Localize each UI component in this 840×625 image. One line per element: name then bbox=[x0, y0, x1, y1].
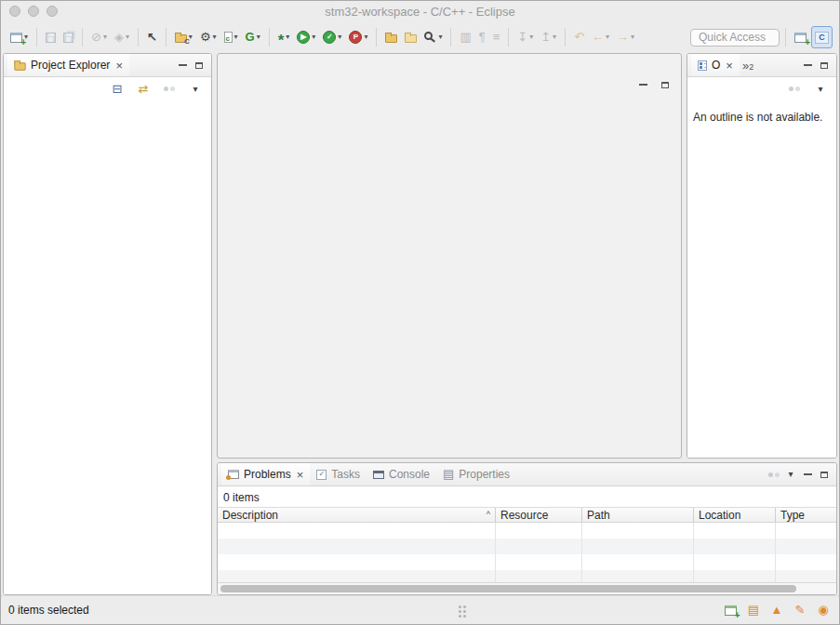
column-header-location[interactable]: Location bbox=[694, 508, 776, 522]
view-menu-button[interactable]: ▾ bbox=[187, 81, 204, 98]
last-edit-location-button[interactable]: ↶ bbox=[571, 26, 587, 48]
dropdown-arrow-icon: ▾ bbox=[606, 33, 609, 41]
run-button[interactable]: ▶ ▾ bbox=[294, 26, 318, 48]
open-resource-button[interactable] bbox=[402, 26, 420, 48]
horizontal-scrollbar[interactable] bbox=[218, 582, 836, 594]
close-tab-icon[interactable]: × bbox=[297, 469, 304, 481]
dropdown-arrow-icon: ▾ bbox=[631, 33, 634, 41]
focus-task-button[interactable] bbox=[161, 81, 178, 98]
generate-icon: G bbox=[246, 31, 255, 44]
samples-button[interactable]: ✎ bbox=[792, 602, 808, 618]
forward-history-button[interactable]: → ▾ bbox=[614, 26, 637, 48]
bottom-tabbar: Problems × ✓ Tasks Console ▤ Properties bbox=[218, 463, 836, 486]
tab-label: Problems bbox=[244, 469, 291, 480]
editor-area-buttons bbox=[634, 76, 673, 93]
editor-row: O × »2 bbox=[217, 53, 837, 459]
new-c-file-button[interactable]: ▾ bbox=[221, 26, 241, 48]
tab-outline[interactable]: O × bbox=[691, 54, 740, 76]
maximize-icon bbox=[820, 472, 828, 478]
minimize-view-button[interactable] bbox=[799, 466, 816, 483]
focus-task-button[interactable] bbox=[766, 466, 782, 483]
maximize-view-button[interactable] bbox=[816, 57, 833, 73]
maximize-editor-button[interactable] bbox=[657, 76, 673, 93]
search-button[interactable]: ▾ bbox=[421, 26, 445, 48]
save-button[interactable] bbox=[43, 26, 59, 48]
open-task-button[interactable] bbox=[382, 26, 400, 48]
maximize-view-button[interactable] bbox=[191, 57, 207, 73]
tab-label: Console bbox=[389, 469, 430, 480]
dropdown-arrow-icon: ▾ bbox=[438, 33, 442, 41]
maximize-icon bbox=[661, 82, 669, 88]
drag-handle[interactable] bbox=[459, 605, 461, 608]
project-explorer-tree[interactable] bbox=[4, 100, 211, 594]
save-icon bbox=[46, 33, 56, 43]
next-annotation-icon: ↧ bbox=[517, 31, 527, 44]
block-selection-button[interactable]: ≡ bbox=[490, 26, 503, 48]
new-c-file-icon bbox=[224, 32, 233, 43]
selection-tool-button[interactable]: ↖ bbox=[144, 26, 160, 48]
eclipse-window: stm32-workspace - C/C++ - Eclipse ▾ ⊘ ▾ … bbox=[0, 0, 840, 625]
save-all-icon bbox=[63, 33, 73, 43]
block-selection-icon: ≡ bbox=[493, 31, 500, 44]
whats-new-button[interactable]: ◉ bbox=[815, 602, 832, 618]
view-menu-button[interactable]: ▾ bbox=[782, 466, 799, 483]
launch-config-button[interactable]: ◈ ▾ bbox=[112, 26, 132, 48]
editor-area[interactable] bbox=[217, 53, 682, 459]
focus-task-icon bbox=[164, 86, 176, 92]
maximize-view-button[interactable] bbox=[816, 466, 833, 483]
save-all-button[interactable] bbox=[60, 26, 76, 48]
tab-tasks[interactable]: ✓ Tasks bbox=[310, 463, 367, 485]
cpp-perspective-button[interactable]: C bbox=[811, 26, 833, 48]
generate-button[interactable]: G ▾ bbox=[243, 26, 263, 48]
tab-console[interactable]: Console bbox=[367, 463, 436, 485]
window-title: stm32-workspace - C/C++ - Eclipse bbox=[1, 5, 839, 19]
mark-occurrences-button[interactable]: ▥ bbox=[457, 26, 473, 48]
tab-properties[interactable]: ▤ Properties bbox=[436, 463, 516, 485]
minimize-icon bbox=[804, 473, 812, 475]
minimize-editor-button[interactable] bbox=[634, 76, 651, 93]
collapse-all-button[interactable]: ⊟ bbox=[109, 81, 126, 98]
new-button[interactable]: ▾ bbox=[7, 26, 31, 48]
profile-button[interactable]: P ▾ bbox=[346, 26, 370, 48]
back-history-button[interactable]: ← ▾ bbox=[589, 26, 612, 48]
close-tab-icon[interactable]: × bbox=[726, 60, 733, 72]
problems-table-body[interactable] bbox=[218, 523, 836, 582]
next-annotation-button[interactable]: ↧ ▾ bbox=[514, 26, 536, 48]
focus-task-button[interactable] bbox=[786, 81, 803, 98]
skip-breakpoints-button[interactable]: ⊘ ▾ bbox=[88, 26, 110, 48]
search-icon bbox=[424, 32, 433, 40]
column-header-type[interactable]: Type bbox=[776, 508, 836, 522]
dropdown-arrow-icon: ▾ bbox=[257, 33, 260, 41]
column-header-path[interactable]: Path bbox=[582, 508, 694, 522]
project-explorer-tabbar: Project Explorer × bbox=[4, 54, 211, 77]
overview-book-icon: ▤ bbox=[748, 604, 759, 617]
link-with-editor-button[interactable]: ⇄ bbox=[135, 81, 152, 98]
project-explorer-view: Project Explorer × ⊟ ⇄ ▾ bbox=[3, 53, 212, 595]
problems-table-header: Description ^ Resource Path Location Typ… bbox=[218, 507, 836, 523]
tutorials-button[interactable]: ▲ bbox=[768, 602, 785, 618]
overview-button[interactable]: ▤ bbox=[745, 602, 762, 618]
new-c-project-button[interactable]: ▾ bbox=[172, 26, 195, 48]
build-button[interactable]: ⚙ ▾ bbox=[197, 26, 220, 48]
tab-problems[interactable]: Problems × bbox=[221, 463, 310, 485]
more-tabs-button[interactable]: »2 bbox=[740, 60, 756, 72]
scrollbar-thumb[interactable] bbox=[220, 585, 796, 592]
view-menu-button[interactable]: ▾ bbox=[812, 81, 829, 98]
column-header-description[interactable]: Description ^ bbox=[218, 508, 496, 522]
minimize-view-button[interactable] bbox=[174, 57, 191, 73]
welcome-button[interactable] bbox=[722, 602, 739, 618]
dropdown-arrow-icon: ▾ bbox=[529, 33, 533, 41]
outline-view: O × »2 bbox=[687, 53, 837, 459]
dropdown-arrow-icon: ▾ bbox=[234, 33, 238, 41]
coverage-button[interactable]: ✓ ▾ bbox=[320, 26, 344, 48]
quick-access-input[interactable] bbox=[690, 29, 780, 47]
open-perspective-button[interactable] bbox=[792, 26, 809, 48]
previous-annotation-button[interactable]: ↥ ▾ bbox=[538, 26, 559, 48]
close-tab-icon[interactable]: × bbox=[115, 60, 123, 72]
column-header-resource[interactable]: Resource bbox=[496, 508, 582, 522]
show-whitespace-button[interactable]: ¶ bbox=[476, 26, 488, 48]
minimize-view-button[interactable] bbox=[799, 57, 816, 73]
tab-project-explorer[interactable]: Project Explorer × bbox=[7, 54, 129, 76]
project-explorer-toolbar: ⊟ ⇄ ▾ bbox=[4, 77, 211, 100]
debug-button[interactable]: * ▾ bbox=[275, 26, 293, 48]
